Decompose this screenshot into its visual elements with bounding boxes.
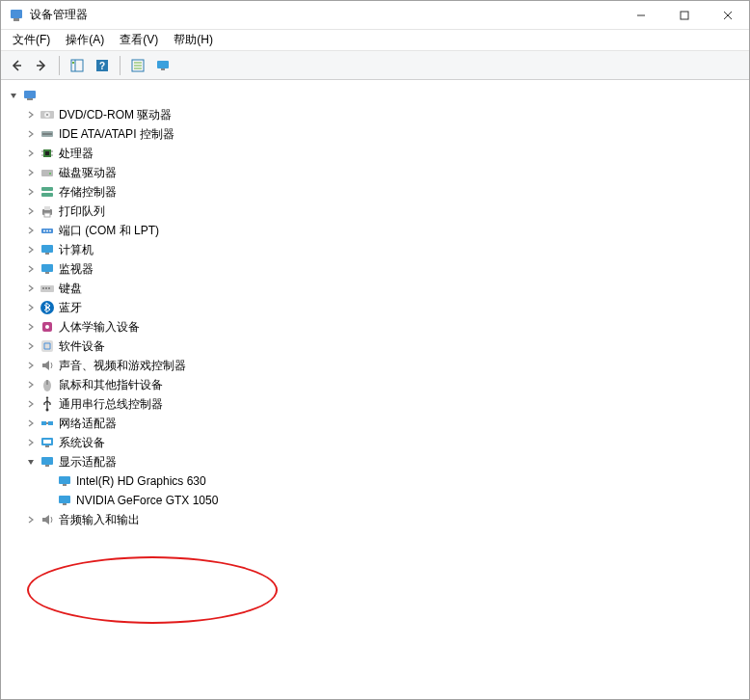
tree-category-label: 计算机: [59, 242, 94, 258]
tree-category-audio[interactable]: 音频输入和输出: [24, 510, 745, 529]
svg-point-23: [46, 114, 48, 116]
svg-rect-18: [161, 68, 165, 70]
tree-category-dvd[interactable]: DVD/CD-ROM 驱动器: [24, 105, 745, 124]
svg-rect-54: [41, 340, 53, 352]
chevron-right-icon[interactable]: [24, 108, 38, 121]
chevron-right-icon[interactable]: [24, 185, 38, 199]
software-icon: [40, 338, 55, 354]
bluetooth-icon: [40, 300, 55, 315]
mouse-icon: [40, 377, 55, 392]
speaker-icon: [40, 358, 55, 373]
tree-category-label: 软件设备: [59, 338, 105, 355]
tree-category-network[interactable]: 网络适配器: [24, 414, 745, 433]
chevron-right-icon[interactable]: [24, 320, 38, 334]
tree-category-label: 处理器: [59, 146, 94, 162]
chevron-right-icon[interactable]: [24, 301, 38, 314]
chevron-right-icon[interactable]: [24, 224, 38, 237]
tree-category-cpu[interactable]: 处理器: [24, 144, 745, 163]
tree-category-label: 音频输入和输出: [59, 512, 140, 528]
show-hide-tree-button[interactable]: [66, 54, 89, 77]
svg-rect-8: [71, 60, 83, 71]
chevron-right-icon[interactable]: [24, 436, 38, 449]
chevron-down-icon[interactable]: [24, 455, 38, 469]
tree-category-usb[interactable]: 通用串行总线控制器: [24, 394, 745, 414]
disc-drive-icon: [40, 107, 55, 122]
expander-spacer: [41, 474, 55, 488]
chevron-right-icon[interactable]: [24, 513, 38, 526]
tree-category-storage[interactable]: 存储控制器: [24, 182, 745, 202]
chevron-right-icon[interactable]: [24, 127, 38, 141]
svg-rect-43: [41, 245, 53, 253]
chevron-right-icon[interactable]: [24, 378, 38, 391]
tree-category-bluetooth[interactable]: 蓝牙: [24, 298, 745, 317]
tree-category-printq[interactable]: 打印队列: [24, 202, 745, 221]
tree-category-ide[interactable]: IDE ATA/ATAPI 控制器: [24, 124, 745, 144]
svg-rect-64: [41, 457, 53, 465]
storage-icon: [40, 184, 55, 200]
monitor-icon: [40, 242, 55, 257]
chevron-right-icon[interactable]: [24, 147, 38, 160]
chevron-right-icon[interactable]: [24, 397, 38, 411]
svg-rect-69: [63, 503, 67, 505]
annotation-ellipse: [27, 556, 278, 624]
scan-hardware-button[interactable]: [151, 54, 174, 77]
tree-category-label: 显示适配器: [59, 454, 117, 471]
menu-file[interactable]: 文件(F): [5, 30, 58, 50]
cpu-icon: [40, 146, 55, 161]
svg-rect-37: [44, 206, 50, 210]
menu-view[interactable]: 查看(V): [112, 30, 166, 50]
system-icon: [40, 435, 55, 450]
svg-rect-59: [48, 421, 53, 425]
titlebar: 设备管理器: [1, 1, 749, 30]
tree-device-nvidia[interactable]: NVIDIA GeForce GTX 1050: [41, 491, 745, 510]
tree-category-hid[interactable]: 人体学输入设备: [24, 317, 745, 337]
monitor-icon: [40, 261, 55, 277]
chevron-right-icon[interactable]: [24, 359, 38, 372]
tree-device-intel[interactable]: Intel(R) HD Graphics 630: [41, 471, 745, 491]
tree-category-computer[interactable]: 计算机: [24, 240, 745, 259]
menubar: 文件(F) 操作(A) 查看(V) 帮助(H): [1, 30, 749, 51]
svg-rect-1: [13, 18, 19, 21]
tree-category-display[interactable]: 显示适配器: [24, 452, 745, 471]
chevron-right-icon[interactable]: [24, 166, 38, 179]
svg-rect-38: [44, 213, 50, 217]
chevron-right-icon[interactable]: [24, 417, 38, 430]
menu-help[interactable]: 帮助(H): [166, 30, 221, 50]
help-button[interactable]: ?: [91, 54, 114, 77]
toolbar-separator: [59, 56, 60, 75]
close-button[interactable]: [706, 1, 749, 29]
svg-rect-10: [72, 62, 74, 64]
back-button[interactable]: [5, 54, 28, 77]
svg-rect-44: [45, 253, 49, 255]
svg-rect-20: [27, 98, 33, 100]
tree-category-mouse[interactable]: 鼠标和其他指针设备: [24, 375, 745, 394]
properties-button[interactable]: [126, 54, 149, 77]
tree-category-keyboard[interactable]: 键盘: [24, 279, 745, 298]
tree-category-monitor[interactable]: 监视器: [24, 259, 745, 279]
tree-device-label: Intel(R) HD Graphics 630: [76, 474, 206, 488]
ide-icon: [40, 126, 55, 142]
minimize-button[interactable]: [619, 1, 662, 29]
forward-button[interactable]: [30, 54, 53, 77]
chevron-down-icon[interactable]: [7, 89, 20, 102]
tree-category-system[interactable]: 系统设备: [24, 433, 745, 452]
svg-rect-34: [41, 187, 53, 191]
chevron-right-icon[interactable]: [24, 204, 38, 218]
chevron-right-icon[interactable]: [24, 243, 38, 256]
chevron-right-icon[interactable]: [24, 262, 38, 276]
display-icon: [40, 454, 55, 470]
svg-rect-3: [681, 12, 688, 19]
chevron-right-icon[interactable]: [24, 339, 38, 353]
tree-category-ports[interactable]: 端口 (COM 和 LPT): [24, 221, 745, 240]
tree-category-label: 声音、视频和游戏控制器: [59, 358, 186, 374]
tree-category-disk[interactable]: 磁盘驱动器: [24, 163, 745, 182]
tree-category-software[interactable]: 软件设备: [24, 337, 745, 356]
maximize-button[interactable]: [662, 1, 706, 29]
menu-action[interactable]: 操作(A): [58, 30, 112, 50]
tree-root-node[interactable]: ​: [7, 86, 745, 105]
chevron-right-icon[interactable]: [24, 282, 38, 295]
disk-icon: [40, 165, 55, 180]
tree-category-sound[interactable]: 声音、视频和游戏控制器: [24, 356, 745, 375]
device-tree[interactable]: ​ DVD/CD-ROM 驱动器IDE ATA/ATAPI 控制器处理器磁盘驱动…: [1, 80, 749, 699]
svg-rect-17: [157, 61, 169, 68]
